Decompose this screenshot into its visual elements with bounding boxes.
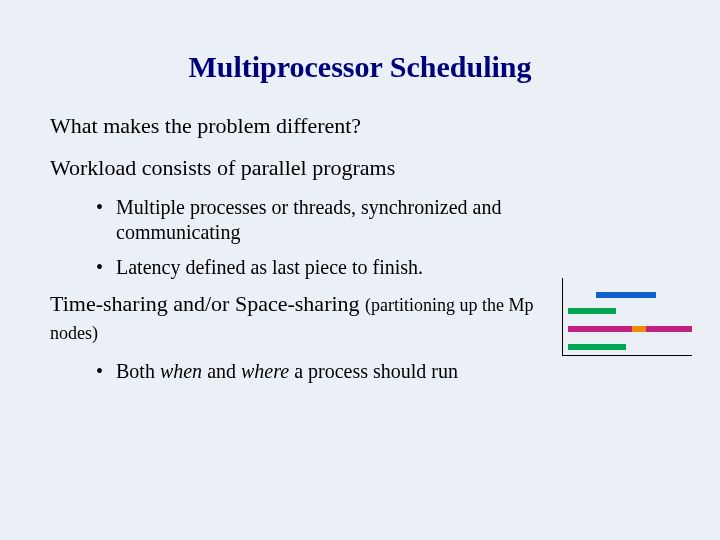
slide: Multiprocessor Scheduling What makes the… bbox=[0, 0, 720, 540]
txt-where: where bbox=[241, 360, 289, 382]
chart-segment bbox=[568, 308, 616, 314]
chart-segment bbox=[596, 292, 656, 298]
txt-when: when bbox=[160, 360, 202, 382]
paragraph-workload: Workload consists of parallel programs bbox=[50, 154, 670, 182]
sharing-main: Time-sharing and/or Space-sharing bbox=[50, 291, 365, 316]
bullet-latency: Latency defined as last piece to finish. bbox=[90, 255, 670, 280]
chart-segment bbox=[646, 326, 692, 332]
txt-both: Both bbox=[116, 360, 160, 382]
axis-y bbox=[562, 278, 563, 356]
bullet-processes: Multiple processes or threads, synchroni… bbox=[90, 195, 546, 245]
slide-title: Multiprocessor Scheduling bbox=[50, 50, 670, 84]
txt-run: a process should run bbox=[289, 360, 458, 382]
chart-segment bbox=[568, 344, 626, 350]
bullet-when-where: Both when and where a process should run bbox=[90, 359, 670, 384]
axis-x bbox=[562, 355, 692, 356]
paragraph-sharing: Time-sharing and/or Space-sharing (parti… bbox=[50, 290, 540, 345]
paragraph-question: What makes the problem different? bbox=[50, 112, 670, 140]
chart-segment bbox=[632, 326, 646, 332]
gantt-chart bbox=[562, 278, 692, 356]
chart-segment bbox=[568, 326, 632, 332]
txt-and: and bbox=[202, 360, 241, 382]
